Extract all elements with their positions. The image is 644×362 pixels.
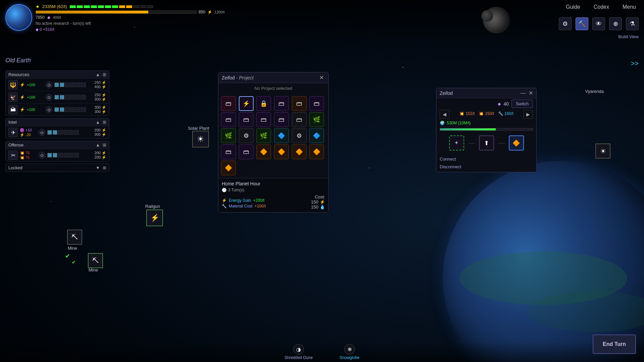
step-4b[interactable] (70, 95, 75, 100)
intel-sort-icon[interactable]: ⊞ (103, 120, 106, 125)
o-step-5[interactable] (69, 153, 73, 158)
collapse-icon[interactable]: ▲ (96, 72, 100, 77)
project-item-4-1[interactable]: 🔶 (221, 161, 236, 175)
switch-button[interactable]: Switch (512, 100, 533, 108)
guide-button[interactable]: Guide (563, 3, 583, 11)
step-5c[interactable] (76, 107, 80, 112)
step-6b[interactable] (81, 95, 86, 100)
flask-icon[interactable]: ⚗ (626, 17, 639, 30)
intel-collapse-icon[interactable]: ▲ (96, 120, 100, 125)
loc-item-2[interactable]: ❄ Snowglobe (339, 344, 359, 360)
zeifod-minimize[interactable]: — (521, 90, 526, 96)
tree-node-add[interactable]: + (449, 135, 464, 150)
project-item-1-1[interactable]: 🗃 (221, 112, 236, 127)
i-step-6[interactable] (74, 130, 79, 135)
step-6c[interactable] (81, 107, 86, 112)
o-step-6[interactable] (74, 153, 79, 158)
project-item-3-1[interactable]: 🗃 (221, 144, 236, 159)
res-power-btn-1[interactable]: ⏻ (46, 81, 52, 88)
loc-item-1[interactable]: ◑ Shredded Dune (284, 344, 313, 360)
i-step-3[interactable] (58, 130, 63, 135)
project-item-3-5[interactable]: 🔶 (292, 144, 307, 159)
zeifod-stat1-icon: 💥 (459, 111, 464, 116)
mine-icon-1[interactable]: ⛏ (67, 230, 82, 245)
step-5[interactable] (76, 82, 80, 87)
project-item-0-2[interactable]: 🔒 (256, 96, 271, 111)
project-item-0-1[interactable]: ⚡ (239, 96, 254, 111)
locked-collapse[interactable]: ▼ (96, 165, 100, 170)
top-right-nav: Guide Codex Menu (563, 3, 639, 11)
zeifod-prev-btn[interactable]: ◀ (440, 110, 449, 119)
step-1c[interactable] (54, 107, 59, 112)
project-item-1-3[interactable]: 🗃 (256, 112, 271, 127)
step-1b[interactable] (54, 95, 59, 100)
right-arrow-nav[interactable]: >> (631, 60, 639, 67)
project-item-1-0[interactable]: 🗃 (309, 96, 324, 111)
step-4[interactable] (70, 82, 75, 87)
step-3[interactable] (65, 82, 70, 87)
step-2c[interactable] (60, 107, 64, 112)
o-step-2[interactable] (53, 153, 57, 158)
project-item-1-5[interactable]: 🗃 (292, 112, 307, 127)
offense-collapse-icon[interactable]: ▲ (96, 142, 100, 147)
build-icon[interactable]: 🔨 (576, 17, 588, 30)
solar-plant-side-icon[interactable]: ☀ (595, 143, 610, 159)
project-item-3-3[interactable]: 🔶 (256, 144, 271, 159)
step-2[interactable] (60, 82, 64, 87)
player-globe[interactable] (5, 4, 32, 31)
solar-plant-map-icon[interactable]: ☀ (192, 131, 209, 147)
eye-icon[interactable]: 👁 (592, 17, 605, 30)
project-item-3-4[interactable]: 🔶 (274, 144, 289, 159)
step-5b[interactable] (76, 95, 80, 100)
connect-button[interactable]: Connect (440, 156, 533, 162)
railgun-map-icon[interactable]: ⚡ (146, 209, 163, 226)
project-item-1-4[interactable]: 🗃 (274, 112, 289, 127)
step-1[interactable] (54, 82, 59, 87)
step-3b[interactable] (65, 95, 70, 100)
step-6[interactable] (81, 82, 86, 87)
project-item-0-4[interactable]: 🗃 (292, 96, 307, 111)
project-item-0-3[interactable]: 🗃 (274, 96, 289, 111)
res-power-btn-2[interactable]: ⏻ (46, 94, 52, 101)
project-item-4-0[interactable]: 🔶 (309, 144, 324, 159)
menu-button[interactable]: Menu (620, 3, 639, 11)
sort-icon[interactable]: ⊞ (103, 72, 106, 77)
res-power-btn-3[interactable]: ⏻ (46, 106, 52, 113)
step-4c[interactable] (70, 107, 75, 112)
i-step-4[interactable] (63, 130, 68, 135)
locked-sort[interactable]: ⊞ (103, 165, 106, 170)
zeifod-next-btn[interactable]: ▶ (523, 110, 533, 119)
offense-power-btn[interactable]: ⏻ (39, 152, 45, 159)
settings-icon[interactable]: ⚙ (559, 17, 572, 30)
project-item-2-1[interactable]: 🌿 (221, 128, 236, 143)
project-item-0-0[interactable]: 🗃 (221, 96, 236, 111)
project-item-3-0[interactable]: 🔷 (309, 128, 324, 143)
project-dialog-close[interactable]: ✕ (318, 74, 325, 81)
project-item-2-2[interactable]: ⚙ (239, 128, 254, 143)
res-stepper-1 (54, 82, 88, 87)
i-step-5[interactable] (69, 130, 73, 135)
crosshair-icon[interactable]: ⊕ (609, 17, 622, 30)
i-step-2[interactable] (53, 130, 57, 135)
end-turn-button[interactable]: End Turn (593, 335, 636, 354)
project-item-2-5[interactable]: ⚙ (292, 128, 307, 143)
project-item-2-4[interactable]: 🔷 (274, 128, 289, 143)
disconnect-button[interactable]: Disconnect (440, 164, 533, 170)
project-item-2-0[interactable]: 🌿 (309, 112, 324, 127)
codex-button[interactable]: Codex (591, 3, 612, 11)
tree-node-2[interactable]: 🔶 (509, 135, 524, 150)
zeifod-close[interactable]: ✕ (529, 90, 533, 96)
o-step-4[interactable] (63, 153, 68, 158)
project-item-2-3[interactable]: 🌿 (256, 128, 271, 143)
o-step-1[interactable] (47, 153, 52, 158)
i-step-1[interactable] (47, 130, 52, 135)
offense-sort-icon[interactable]: ⊞ (103, 142, 106, 147)
project-item-1-2[interactable]: 🗃 (239, 112, 254, 127)
step-3c[interactable] (65, 107, 70, 112)
o-step-3[interactable] (58, 153, 63, 158)
mine-icon-2[interactable]: ⛏ (88, 253, 103, 268)
intel-power-btn[interactable]: ⏻ (39, 129, 45, 136)
tree-node-1[interactable]: ⬆ (479, 135, 494, 150)
step-2b[interactable] (60, 95, 64, 100)
project-item-3-2[interactable]: 🗃 (239, 144, 254, 159)
